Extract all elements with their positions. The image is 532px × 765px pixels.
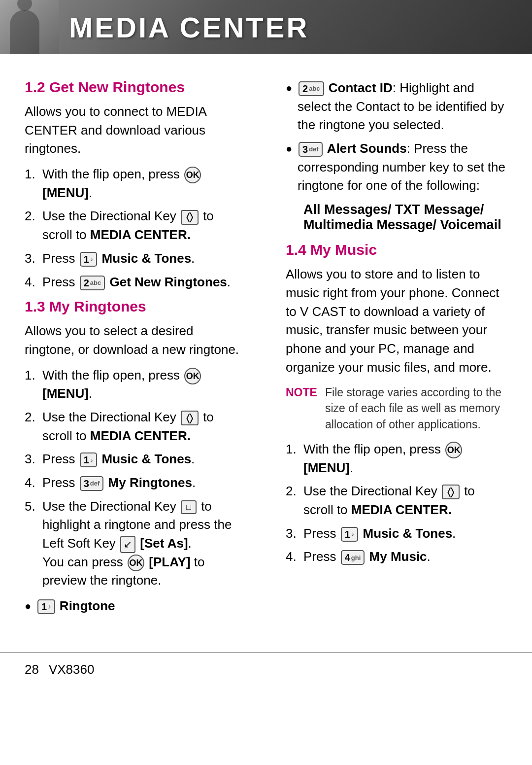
bullet-alert-sounds: ● 3def Alert Sounds: Press the correspon… — [286, 139, 507, 195]
ok-key-icon-2: OK — [184, 368, 201, 384]
section-1-3-intro: Allows you to select a desired ringtone,… — [25, 322, 246, 359]
section-my-ringtones: 1.3 My Ringtones Allows you to select a … — [25, 298, 246, 616]
bullet-ringtone: ● 1♪ Ringtone — [25, 597, 246, 616]
left-column: 1.2 Get New Ringtones Allows you to conn… — [25, 74, 256, 623]
ok-key-icon-3: OK — [128, 555, 144, 571]
key-2-abc-2: 2abc — [299, 81, 324, 96]
footer-model: VX8360 — [49, 662, 95, 677]
header-image — [0, 0, 59, 54]
bullet-contact-id: ● 2abc Contact ID: Highlight and select … — [286, 79, 507, 135]
section-get-new-ringtones: 1.2 Get New Ringtones Allows you to conn… — [25, 79, 246, 291]
step-1-2-1: 1. With the flip open, press OK [MENU]. — [25, 165, 246, 202]
page-footer: 28 VX8360 — [0, 652, 532, 686]
section-my-music: 1.4 My Music Allows you to store and to … — [286, 242, 507, 566]
top-bullet-list: ● 2abc Contact ID: Highlight and select … — [286, 79, 507, 195]
key-1-music-3: 1♪ — [37, 599, 55, 614]
main-content: 1.2 Get New Ringtones Allows you to conn… — [0, 54, 532, 642]
ok-key-icon: OK — [184, 167, 201, 183]
top-bullets: ● 2abc Contact ID: Highlight and select … — [286, 79, 507, 233]
key-2-abc: 2abc — [80, 276, 105, 290]
step-1-2-4: 4. Press 2abc Get New Ringtones. — [25, 273, 246, 292]
key-1-music: 1♪ — [80, 252, 98, 267]
section-heading-1-4: 1.4 My Music — [286, 242, 507, 258]
note-block: NOTE File storage varies according to th… — [286, 384, 507, 432]
dir-key-icon-3: □ — [181, 500, 197, 514]
section-1-4-steps: 1. With the flip open, press OK [MENU]. … — [286, 440, 507, 566]
key-4-ghi: 4ghi — [341, 550, 365, 565]
step-1-4-4: 4. Press 4ghi My Music. — [286, 548, 507, 566]
footer-page-number: 28 — [25, 662, 39, 677]
step-1-3-1: 1. With the flip open, press OK [MENU]. — [25, 366, 246, 403]
step-1-2-2: 2. Use the Directional Key 〈〉 to scroll … — [25, 207, 246, 244]
page-header: MEDIA CENTER — [0, 0, 532, 54]
page-title: MEDIA CENTER — [59, 11, 309, 44]
step-1-3-5: 5. Use the Directional Key □ to highligh… — [25, 497, 246, 590]
right-column: ● 2abc Contact ID: Highlight and select … — [281, 74, 507, 623]
step-1-3-3: 3. Press 1♪ Music & Tones. — [25, 450, 246, 469]
step-1-4-2: 2. Use the Directional Key 〈〉 to scroll … — [286, 482, 507, 519]
step-1-3-4: 4. Press 3def My Ringtones. — [25, 474, 246, 492]
key-3-def: 3def — [80, 476, 104, 491]
section-1-3-steps: 1. With the flip open, press OK [MENU]. … — [25, 366, 246, 591]
key-1-music-2: 1♪ — [80, 452, 98, 467]
step-1-4-1: 1. With the flip open, press OK [MENU]. — [286, 440, 507, 477]
section-heading-1-3: 1.3 My Ringtones — [25, 298, 246, 315]
note-label: NOTE — [286, 384, 320, 432]
dir-key-icon: 〈〉 — [181, 210, 199, 225]
section-1-2-steps: 1. With the flip open, press OK [MENU]. … — [25, 165, 246, 291]
ok-key-icon-4: OK — [445, 442, 462, 458]
alert-sounds-sub-heading: All Messages/ TXT Message/ Multimedia Me… — [303, 202, 507, 233]
step-1-4-3: 3. Press 1♪ Music & Tones. — [286, 524, 507, 543]
step-1-2-3: 3. Press 1♪ Music & Tones. — [25, 249, 246, 268]
key-1-music-4: 1♪ — [341, 527, 359, 542]
section-heading-1-2: 1.2 Get New Ringtones — [25, 79, 246, 96]
key-3-def-2: 3def — [299, 142, 323, 157]
section-1-4-intro: Allows you to store and to listen to mus… — [286, 265, 507, 377]
step-1-3-2: 2. Use the Directional Key 〈〉 to scroll … — [25, 408, 246, 445]
ringtone-label: Ringtone — [60, 598, 115, 613]
dir-key-icon-4: 〈〉 — [442, 485, 460, 499]
note-text: File storage varies according to the siz… — [325, 384, 507, 432]
section-1-2-intro: Allows you to connect to MEDIA CENTER an… — [25, 103, 246, 158]
soft-key-icon: ↙ — [120, 536, 135, 553]
section-1-3-bullets: ● 1♪ Ringtone — [25, 597, 246, 616]
dir-key-icon-2: 〈〉 — [181, 411, 199, 425]
